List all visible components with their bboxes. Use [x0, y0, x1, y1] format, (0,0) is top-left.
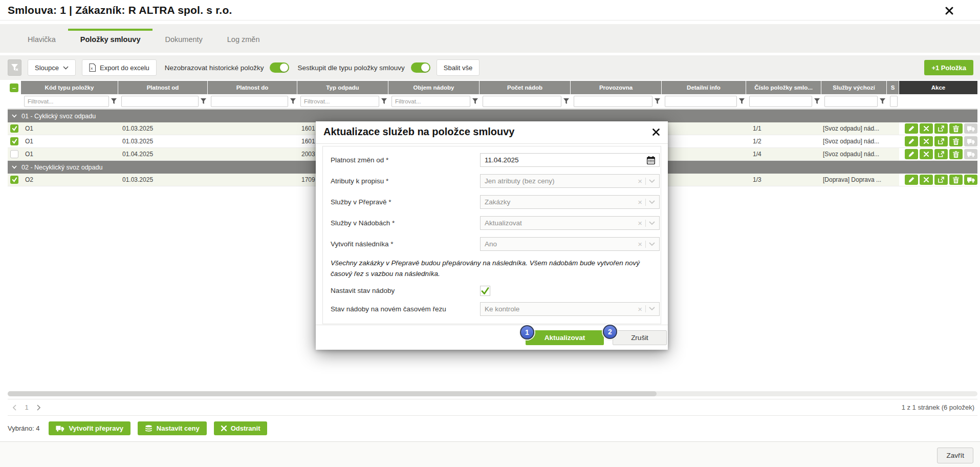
column-header[interactable]: Typ odpadu: [297, 81, 388, 94]
column-header[interactable]: Kód typu položky: [21, 81, 118, 94]
column-header[interactable]: Služby výchozí: [821, 81, 887, 94]
column-filter-input[interactable]: [749, 96, 812, 107]
column-header[interactable]: Detailní info: [662, 81, 746, 94]
edit-row-button[interactable]: [905, 175, 918, 185]
column-filter-input[interactable]: [890, 96, 898, 107]
column-filter-input[interactable]: [24, 96, 109, 107]
close-dialog-button[interactable]: Zavřít: [937, 448, 973, 463]
delete-row-button[interactable]: [949, 123, 963, 134]
transport-row-button[interactable]: [964, 136, 977, 146]
row-checkbox[interactable]: [10, 176, 18, 184]
column-filter-input[interactable]: [300, 96, 379, 107]
filter-funnel-icon[interactable]: [814, 98, 820, 104]
column-filter-input[interactable]: [211, 96, 288, 107]
horizontal-scrollbar-thumb[interactable]: [8, 391, 657, 396]
row-checkbox[interactable]: [10, 150, 18, 158]
delete-row-button[interactable]: [949, 175, 963, 185]
select-sluzby-v-nadobach[interactable]: Aktualizovat ×: [480, 216, 660, 230]
chevron-down-icon[interactable]: [649, 307, 655, 311]
update-button[interactable]: Aktualizovat: [526, 330, 604, 345]
transport-row-button[interactable]: [964, 149, 977, 159]
clear-selection-icon[interactable]: ×: [638, 219, 642, 227]
cancel-row-button[interactable]: [920, 123, 933, 134]
edit-row-button[interactable]: [905, 149, 918, 159]
pagination-prev-button[interactable]: [8, 405, 21, 411]
column-filter-input[interactable]: [824, 96, 878, 107]
clear-selection-icon[interactable]: ×: [638, 177, 642, 185]
column-header-select[interactable]: –: [8, 81, 21, 94]
filter-funnel-icon[interactable]: [290, 98, 296, 104]
pagination-current-page[interactable]: 1: [21, 404, 32, 411]
clear-selection-icon[interactable]: ×: [638, 305, 642, 313]
cancel-row-button[interactable]: [920, 175, 933, 185]
filter-funnel-icon[interactable]: [563, 98, 569, 104]
column-header[interactable]: Objem nádoby: [388, 81, 480, 94]
delete-row-button[interactable]: [949, 136, 963, 146]
transport-row-button[interactable]: [964, 123, 977, 134]
open-row-button[interactable]: [934, 149, 948, 159]
cancel-row-button[interactable]: [920, 136, 933, 146]
cancel-row-button[interactable]: [920, 149, 933, 159]
column-header[interactable]: Platnost od: [118, 81, 208, 94]
collapse-all-button[interactable]: Sbalit vše: [437, 59, 480, 76]
column-header[interactable]: Číslo položky smlo...: [746, 81, 821, 94]
edit-row-button[interactable]: [905, 136, 918, 146]
chevron-down-icon[interactable]: [649, 221, 655, 225]
chevron-down-icon[interactable]: [649, 242, 655, 246]
open-row-button[interactable]: [934, 175, 948, 185]
horizontal-scrollbar-track[interactable]: [8, 391, 977, 396]
column-header[interactable]: S: [887, 81, 899, 94]
tab-hlavicka[interactable]: Hlavička: [15, 24, 68, 53]
select-atributy-k-propisu[interactable]: Jen atributy (bez ceny) ×: [480, 174, 660, 188]
row-checkbox[interactable]: [10, 137, 18, 145]
tab-dokumenty[interactable]: Dokumenty: [153, 24, 214, 53]
column-filter-input[interactable]: [483, 96, 561, 107]
modal-close-icon[interactable]: [652, 128, 660, 136]
filter-funnel-icon[interactable]: [201, 98, 206, 104]
select-vytvorit-naslednika[interactable]: Ano ×: [480, 237, 660, 251]
select-sluzby-v-preprave[interactable]: Zakázky ×: [480, 195, 660, 209]
delete-row-button[interactable]: [949, 149, 963, 159]
calendar-icon[interactable]: [647, 156, 655, 164]
clear-selection-icon[interactable]: ×: [638, 240, 642, 248]
column-header[interactable]: Platnost do: [208, 81, 297, 94]
tab-log-zmen[interactable]: Log změn: [215, 24, 272, 53]
select-stav-nadoby[interactable]: Ke kontrole ×: [480, 302, 660, 316]
filter-funnel-icon[interactable]: [739, 98, 745, 104]
remove-button[interactable]: Odstranit: [214, 421, 268, 435]
create-transports-button[interactable]: Vytvořit přepravy: [49, 421, 130, 435]
column-filter-input[interactable]: [121, 96, 199, 107]
window-close-icon[interactable]: [944, 6, 954, 16]
chevron-down-icon[interactable]: [649, 200, 655, 204]
chevron-down-icon[interactable]: [649, 179, 655, 183]
filter-funnel-icon[interactable]: [880, 98, 885, 104]
column-header[interactable]: Provozovna: [571, 81, 662, 94]
column-header[interactable]: Počet nádob: [480, 81, 571, 94]
column-filter-input[interactable]: [665, 96, 737, 107]
filter-funnel-icon[interactable]: [381, 98, 387, 104]
transport-row-button[interactable]: [964, 175, 977, 185]
group-row[interactable]: 01 - Cyklický svoz odpadu: [8, 110, 977, 122]
filter-funnel-icon[interactable]: [472, 98, 478, 104]
set-prices-button[interactable]: Nastavit ceny: [138, 421, 207, 435]
select-all-checkbox[interactable]: –: [10, 83, 18, 92]
add-item-button[interactable]: +1 Položka: [924, 60, 973, 75]
edit-row-button[interactable]: [905, 123, 918, 134]
open-row-button[interactable]: [934, 136, 948, 146]
column-filter-input[interactable]: [391, 96, 470, 107]
checkbox-nastavit-stav-nadoby[interactable]: [480, 286, 490, 296]
tab-polozky-smlouvy[interactable]: Položky smlouvy: [68, 24, 153, 53]
toggle-group-by-type[interactable]: [411, 62, 430, 73]
pagination-next-button[interactable]: [32, 405, 46, 411]
toggle-hide-historical[interactable]: [270, 62, 289, 73]
clear-selection-icon[interactable]: ×: [638, 198, 642, 206]
cancel-button[interactable]: Zrušit: [613, 330, 667, 345]
filter-funnel-icon[interactable]: [111, 98, 117, 104]
row-checkbox[interactable]: [10, 124, 18, 133]
open-row-button[interactable]: [934, 123, 948, 134]
export-excel-button[interactable]: x Export do excelu: [82, 59, 157, 76]
filter-funnel-icon[interactable]: [655, 98, 660, 104]
column-header[interactable]: Akce: [899, 81, 977, 94]
column-filter-input[interactable]: [574, 96, 652, 107]
columns-button[interactable]: Sloupce: [28, 59, 76, 76]
